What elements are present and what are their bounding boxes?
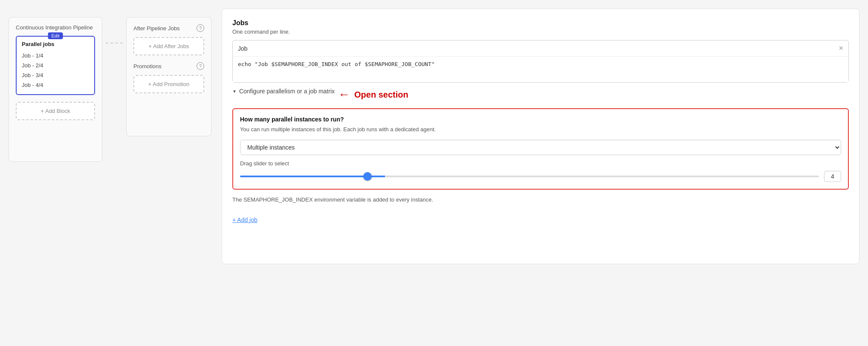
configure-header-row: ▼ Configure parallelism or a job matrix … [232, 88, 849, 101]
job-code-text: echo "Job $SEMAPHORE_JOB_INDEX out of $S… [238, 61, 435, 67]
triangle-icon: ▼ [232, 89, 237, 94]
promotions-title: Promotions [133, 63, 162, 69]
jobs-subtitle: One command per line. [232, 29, 849, 35]
slider-thumb[interactable] [363, 172, 372, 181]
job-editor: × echo "Job $SEMAPHORE_JOB_INDEX out of … [232, 40, 849, 83]
pipeline-title: Continuous Integration Pipeline [16, 24, 95, 31]
list-item: Job - 2/4 [22, 61, 89, 70]
edit-badge[interactable]: Edit [48, 32, 63, 39]
after-pipeline-section: After Pipeline Jobs ? + Add After Jobs P… [126, 17, 211, 136]
promotions-section: Promotions ? + Add Promotion [133, 62, 204, 93]
parallel-jobs-title: Parallel jobs [22, 41, 89, 47]
job-editor-header: × [233, 40, 848, 57]
after-pipeline-help-icon[interactable]: ? [197, 24, 204, 32]
right-panel: Jobs One command per line. × echo "Job $… [222, 9, 859, 264]
after-pipeline-title: After Pipeline Jobs [133, 25, 179, 32]
slider-value-box[interactable]: 4 [824, 171, 841, 182]
slider-track [240, 176, 819, 177]
add-promotion-button[interactable]: + Add Promotion [133, 75, 204, 93]
job-code-area: echo "Job $SEMAPHORE_JOB_INDEX out of $S… [233, 57, 848, 82]
job-name-input[interactable] [238, 45, 312, 52]
parallelism-title: How many parallel instances to run? [240, 116, 841, 123]
close-button[interactable]: × [839, 44, 843, 53]
configure-section: ▼ Configure parallelism or a job matrix … [232, 88, 849, 203]
parallelism-box: How many parallel instances to run? You … [232, 108, 849, 190]
add-block-button[interactable]: + Add Block [16, 102, 95, 120]
slider-wrapper[interactable] [240, 172, 819, 181]
configure-toggle[interactable]: ▼ Configure parallelism or a job matrix [232, 88, 335, 95]
open-section-label: Open section [354, 90, 408, 100]
red-arrow-icon: ← [338, 88, 350, 101]
slider-row: 4 [240, 171, 841, 182]
instances-select[interactable]: Disabled Multiple instances Job matrix [240, 140, 841, 155]
open-section-annotation: ← Open section [338, 88, 408, 101]
after-pipeline-header: After Pipeline Jobs ? [133, 24, 204, 32]
left-panel: Continuous Integration Pipeline Edit Par… [9, 17, 211, 162]
parallel-jobs-block[interactable]: Edit Parallel jobs Job - 1/4 Job - 2/4 J… [16, 36, 95, 95]
dashed-connector-line [106, 43, 123, 43]
parallelism-desc: You can run multiple instances of this j… [240, 125, 841, 134]
add-job-link[interactable]: + Add job [232, 216, 258, 223]
promotions-header: Promotions ? [133, 62, 204, 70]
jobs-title: Jobs [232, 19, 849, 27]
add-after-jobs-button[interactable]: + Add After Jobs [133, 37, 204, 55]
drag-label: Drag slider to select [240, 160, 841, 167]
configure-toggle-label: Configure parallelism or a job matrix [239, 88, 335, 95]
list-item: Job - 1/4 [22, 51, 89, 61]
ci-pipeline-section: Continuous Integration Pipeline Edit Par… [9, 17, 102, 162]
block-container: Edit Parallel jobs Job - 1/4 Job - 2/4 J… [16, 36, 95, 120]
connector [102, 43, 126, 43]
list-item: Job - 3/4 [22, 70, 89, 80]
semaphore-note: The SEMAPHORE_JOB_INDEX environment vari… [232, 196, 849, 203]
promotions-help-icon[interactable]: ? [197, 62, 204, 70]
list-item: Job - 4/4 [22, 80, 89, 90]
